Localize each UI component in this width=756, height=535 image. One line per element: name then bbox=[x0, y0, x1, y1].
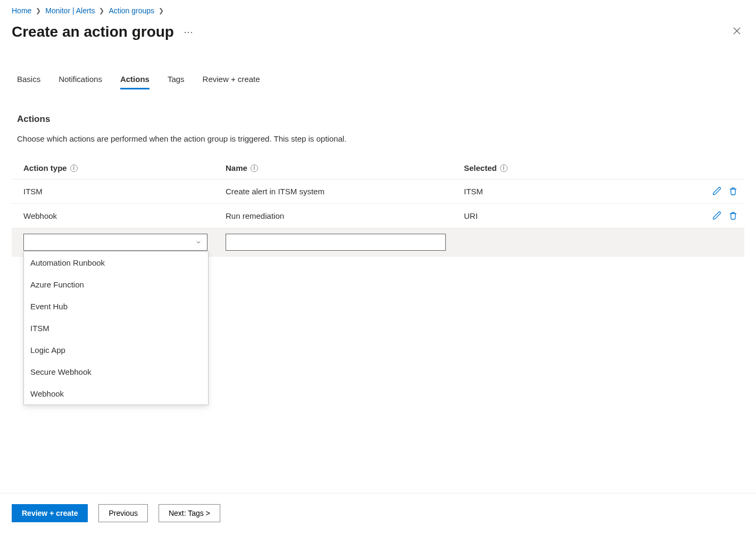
info-icon[interactable]: i bbox=[251, 164, 258, 172]
page-title: Create an action group bbox=[12, 23, 174, 40]
tab-basics[interactable]: Basics bbox=[17, 75, 40, 89]
cell-name: Run remediation bbox=[214, 204, 452, 228]
footer-divider bbox=[0, 493, 756, 493]
pencil-icon bbox=[712, 211, 722, 220]
previous-button[interactable]: Previous bbox=[98, 504, 147, 522]
section-description: Choose which actions are performed when … bbox=[12, 134, 744, 143]
close-icon bbox=[733, 27, 741, 35]
tab-notifications[interactable]: Notifications bbox=[59, 75, 102, 89]
dropdown-option[interactable]: Webhook bbox=[24, 383, 208, 405]
more-menu-button[interactable]: ⋯ bbox=[184, 26, 194, 38]
cell-action-type: ITSM bbox=[12, 179, 214, 204]
tab-actions[interactable]: Actions bbox=[120, 75, 149, 89]
edit-row-button[interactable] bbox=[711, 185, 723, 197]
info-icon[interactable]: i bbox=[500, 164, 508, 172]
col-header-name: Name bbox=[226, 163, 247, 172]
cell-name: Create alert in ITSM system bbox=[214, 179, 452, 204]
action-type-select[interactable]: Automation Runbook Azure Function Event … bbox=[23, 234, 207, 251]
breadcrumb-home[interactable]: Home bbox=[12, 6, 31, 15]
next-tags-button[interactable]: Next: Tags > bbox=[159, 504, 220, 522]
chevron-right-icon: ❯ bbox=[99, 7, 104, 14]
dropdown-option[interactable]: Event Hub bbox=[24, 295, 208, 317]
title-row: Create an action group ⋯ bbox=[12, 20, 744, 47]
dropdown-option[interactable]: Azure Function bbox=[24, 274, 208, 295]
delete-row-button[interactable] bbox=[727, 185, 739, 197]
actions-table: Action type i Name i Selected i bbox=[12, 158, 744, 257]
breadcrumb-monitor-alerts[interactable]: Monitor | Alerts bbox=[45, 6, 95, 15]
breadcrumb-action-groups[interactable]: Action groups bbox=[109, 6, 154, 15]
dropdown-option[interactable]: Logic App bbox=[24, 339, 208, 361]
delete-row-button[interactable] bbox=[727, 210, 739, 221]
action-type-dropdown: Automation Runbook Azure Function Event … bbox=[23, 251, 209, 405]
table-header-row: Action type i Name i Selected i bbox=[12, 158, 744, 179]
info-icon[interactable]: i bbox=[70, 164, 78, 172]
dropdown-option[interactable]: Automation Runbook bbox=[24, 252, 208, 274]
trash-icon bbox=[728, 211, 738, 220]
cell-action-type: Webhook bbox=[12, 204, 214, 228]
editor-row: Automation Runbook Azure Function Event … bbox=[12, 228, 744, 257]
table-row: Webhook Run remediation URI bbox=[12, 204, 744, 228]
chevron-right-icon: ❯ bbox=[159, 7, 164, 14]
breadcrumb: Home ❯ Monitor | Alerts ❯ Action groups … bbox=[12, 4, 744, 20]
edit-row-button[interactable] bbox=[711, 210, 723, 221]
chevron-down-icon bbox=[195, 239, 202, 245]
action-name-input[interactable] bbox=[226, 234, 446, 251]
col-header-action-type: Action type bbox=[23, 163, 67, 172]
chevron-right-icon: ❯ bbox=[36, 7, 41, 14]
col-header-selected: Selected bbox=[464, 163, 497, 172]
cell-selected: URI bbox=[452, 204, 696, 228]
tabs: Basics Notifications Actions Tags Review… bbox=[12, 75, 744, 89]
tab-tags[interactable]: Tags bbox=[168, 75, 185, 89]
review-create-button[interactable]: Review + create bbox=[12, 504, 88, 522]
page-root: Home ❯ Monitor | Alerts ❯ Action groups … bbox=[0, 0, 756, 535]
section-title: Actions bbox=[12, 114, 744, 125]
table-row: ITSM Create alert in ITSM system ITSM bbox=[12, 179, 744, 204]
close-button[interactable] bbox=[729, 24, 744, 40]
trash-icon bbox=[728, 186, 738, 196]
dropdown-option[interactable]: Secure Webhook bbox=[24, 361, 208, 383]
footer-buttons: Review + create Previous Next: Tags > bbox=[12, 504, 220, 522]
cell-selected: ITSM bbox=[452, 179, 696, 204]
title-left: Create an action group ⋯ bbox=[12, 23, 194, 40]
pencil-icon bbox=[712, 186, 722, 196]
dropdown-option[interactable]: ITSM bbox=[24, 317, 208, 339]
tab-review-create[interactable]: Review + create bbox=[203, 75, 260, 89]
